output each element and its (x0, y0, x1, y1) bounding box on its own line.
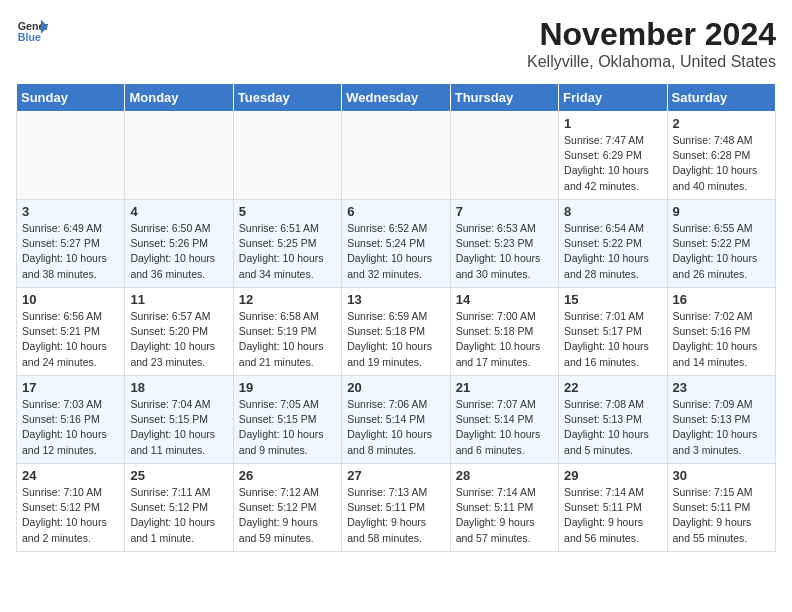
day-number: 20 (347, 380, 444, 395)
calendar-week-row: 3Sunrise: 6:49 AM Sunset: 5:27 PM Daylig… (17, 200, 776, 288)
day-info: Sunrise: 7:48 AM Sunset: 6:28 PM Dayligh… (673, 133, 770, 194)
day-number: 3 (22, 204, 119, 219)
page-header: General Blue November 2024 Kellyville, O… (16, 16, 776, 71)
day-number: 16 (673, 292, 770, 307)
calendar-day-cell: 8Sunrise: 6:54 AM Sunset: 5:22 PM Daylig… (559, 200, 667, 288)
calendar-day-cell: 11Sunrise: 6:57 AM Sunset: 5:20 PM Dayli… (125, 288, 233, 376)
calendar-day-cell: 21Sunrise: 7:07 AM Sunset: 5:14 PM Dayli… (450, 376, 558, 464)
day-info: Sunrise: 7:09 AM Sunset: 5:13 PM Dayligh… (673, 397, 770, 458)
day-number: 23 (673, 380, 770, 395)
day-info: Sunrise: 7:07 AM Sunset: 5:14 PM Dayligh… (456, 397, 553, 458)
day-number: 2 (673, 116, 770, 131)
day-number: 24 (22, 468, 119, 483)
calendar-day-cell: 6Sunrise: 6:52 AM Sunset: 5:24 PM Daylig… (342, 200, 450, 288)
day-number: 9 (673, 204, 770, 219)
day-info: Sunrise: 6:51 AM Sunset: 5:25 PM Dayligh… (239, 221, 336, 282)
calendar-day-cell: 18Sunrise: 7:04 AM Sunset: 5:15 PM Dayli… (125, 376, 233, 464)
weekday-header-cell: Thursday (450, 84, 558, 112)
day-info: Sunrise: 6:54 AM Sunset: 5:22 PM Dayligh… (564, 221, 661, 282)
calendar-week-row: 24Sunrise: 7:10 AM Sunset: 5:12 PM Dayli… (17, 464, 776, 552)
day-info: Sunrise: 7:12 AM Sunset: 5:12 PM Dayligh… (239, 485, 336, 546)
day-info: Sunrise: 7:06 AM Sunset: 5:14 PM Dayligh… (347, 397, 444, 458)
calendar-day-cell (125, 112, 233, 200)
svg-text:Blue: Blue (18, 31, 41, 43)
day-info: Sunrise: 7:02 AM Sunset: 5:16 PM Dayligh… (673, 309, 770, 370)
calendar-day-cell (342, 112, 450, 200)
day-info: Sunrise: 6:50 AM Sunset: 5:26 PM Dayligh… (130, 221, 227, 282)
calendar-day-cell: 24Sunrise: 7:10 AM Sunset: 5:12 PM Dayli… (17, 464, 125, 552)
day-info: Sunrise: 7:00 AM Sunset: 5:18 PM Dayligh… (456, 309, 553, 370)
calendar-day-cell: 28Sunrise: 7:14 AM Sunset: 5:11 PM Dayli… (450, 464, 558, 552)
calendar-day-cell: 2Sunrise: 7:48 AM Sunset: 6:28 PM Daylig… (667, 112, 775, 200)
weekday-header-cell: Friday (559, 84, 667, 112)
calendar-day-cell: 20Sunrise: 7:06 AM Sunset: 5:14 PM Dayli… (342, 376, 450, 464)
calendar-day-cell (17, 112, 125, 200)
day-info: Sunrise: 6:55 AM Sunset: 5:22 PM Dayligh… (673, 221, 770, 282)
calendar-day-cell (233, 112, 341, 200)
calendar-day-cell: 1Sunrise: 7:47 AM Sunset: 6:29 PM Daylig… (559, 112, 667, 200)
day-info: Sunrise: 7:14 AM Sunset: 5:11 PM Dayligh… (456, 485, 553, 546)
calendar-day-cell: 19Sunrise: 7:05 AM Sunset: 5:15 PM Dayli… (233, 376, 341, 464)
month-title: November 2024 (527, 16, 776, 53)
day-info: Sunrise: 7:08 AM Sunset: 5:13 PM Dayligh… (564, 397, 661, 458)
calendar-day-cell: 22Sunrise: 7:08 AM Sunset: 5:13 PM Dayli… (559, 376, 667, 464)
calendar-week-row: 17Sunrise: 7:03 AM Sunset: 5:16 PM Dayli… (17, 376, 776, 464)
weekday-header-cell: Monday (125, 84, 233, 112)
day-info: Sunrise: 6:59 AM Sunset: 5:18 PM Dayligh… (347, 309, 444, 370)
day-number: 5 (239, 204, 336, 219)
day-info: Sunrise: 7:01 AM Sunset: 5:17 PM Dayligh… (564, 309, 661, 370)
day-number: 7 (456, 204, 553, 219)
day-number: 10 (22, 292, 119, 307)
day-number: 22 (564, 380, 661, 395)
day-number: 21 (456, 380, 553, 395)
calendar-day-cell: 5Sunrise: 6:51 AM Sunset: 5:25 PM Daylig… (233, 200, 341, 288)
calendar-day-cell: 17Sunrise: 7:03 AM Sunset: 5:16 PM Dayli… (17, 376, 125, 464)
day-number: 17 (22, 380, 119, 395)
day-info: Sunrise: 7:15 AM Sunset: 5:11 PM Dayligh… (673, 485, 770, 546)
calendar-day-cell: 4Sunrise: 6:50 AM Sunset: 5:26 PM Daylig… (125, 200, 233, 288)
day-info: Sunrise: 6:57 AM Sunset: 5:20 PM Dayligh… (130, 309, 227, 370)
day-info: Sunrise: 7:04 AM Sunset: 5:15 PM Dayligh… (130, 397, 227, 458)
day-number: 28 (456, 468, 553, 483)
day-number: 29 (564, 468, 661, 483)
weekday-header-cell: Wednesday (342, 84, 450, 112)
day-info: Sunrise: 7:47 AM Sunset: 6:29 PM Dayligh… (564, 133, 661, 194)
calendar-day-cell: 16Sunrise: 7:02 AM Sunset: 5:16 PM Dayli… (667, 288, 775, 376)
logo-icon: General Blue (16, 16, 48, 48)
calendar-day-cell: 10Sunrise: 6:56 AM Sunset: 5:21 PM Dayli… (17, 288, 125, 376)
weekday-header-row: SundayMondayTuesdayWednesdayThursdayFrid… (17, 84, 776, 112)
day-info: Sunrise: 7:05 AM Sunset: 5:15 PM Dayligh… (239, 397, 336, 458)
logo: General Blue (16, 16, 48, 48)
title-area: November 2024 Kellyville, Oklahoma, Unit… (527, 16, 776, 71)
day-info: Sunrise: 7:11 AM Sunset: 5:12 PM Dayligh… (130, 485, 227, 546)
calendar-day-cell: 29Sunrise: 7:14 AM Sunset: 5:11 PM Dayli… (559, 464, 667, 552)
calendar-day-cell: 9Sunrise: 6:55 AM Sunset: 5:22 PM Daylig… (667, 200, 775, 288)
day-number: 1 (564, 116, 661, 131)
weekday-header-cell: Sunday (17, 84, 125, 112)
day-number: 19 (239, 380, 336, 395)
calendar-table: SundayMondayTuesdayWednesdayThursdayFrid… (16, 83, 776, 552)
day-number: 18 (130, 380, 227, 395)
calendar-day-cell: 25Sunrise: 7:11 AM Sunset: 5:12 PM Dayli… (125, 464, 233, 552)
calendar-day-cell: 3Sunrise: 6:49 AM Sunset: 5:27 PM Daylig… (17, 200, 125, 288)
day-number: 8 (564, 204, 661, 219)
weekday-header-cell: Saturday (667, 84, 775, 112)
day-number: 12 (239, 292, 336, 307)
day-info: Sunrise: 6:52 AM Sunset: 5:24 PM Dayligh… (347, 221, 444, 282)
day-info: Sunrise: 6:49 AM Sunset: 5:27 PM Dayligh… (22, 221, 119, 282)
calendar-day-cell: 13Sunrise: 6:59 AM Sunset: 5:18 PM Dayli… (342, 288, 450, 376)
day-info: Sunrise: 6:58 AM Sunset: 5:19 PM Dayligh… (239, 309, 336, 370)
day-info: Sunrise: 7:03 AM Sunset: 5:16 PM Dayligh… (22, 397, 119, 458)
day-number: 14 (456, 292, 553, 307)
location-title: Kellyville, Oklahoma, United States (527, 53, 776, 71)
calendar-day-cell: 15Sunrise: 7:01 AM Sunset: 5:17 PM Dayli… (559, 288, 667, 376)
day-info: Sunrise: 7:14 AM Sunset: 5:11 PM Dayligh… (564, 485, 661, 546)
calendar-day-cell: 23Sunrise: 7:09 AM Sunset: 5:13 PM Dayli… (667, 376, 775, 464)
day-number: 11 (130, 292, 227, 307)
calendar-day-cell: 14Sunrise: 7:00 AM Sunset: 5:18 PM Dayli… (450, 288, 558, 376)
calendar-day-cell (450, 112, 558, 200)
day-number: 15 (564, 292, 661, 307)
day-number: 4 (130, 204, 227, 219)
calendar-day-cell: 30Sunrise: 7:15 AM Sunset: 5:11 PM Dayli… (667, 464, 775, 552)
calendar-day-cell: 27Sunrise: 7:13 AM Sunset: 5:11 PM Dayli… (342, 464, 450, 552)
